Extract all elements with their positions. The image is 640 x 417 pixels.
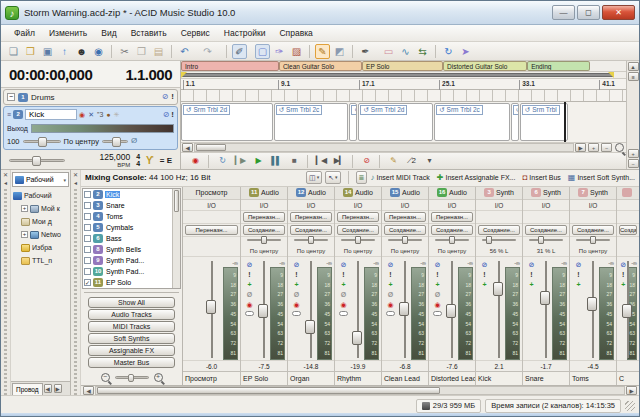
solo-icon[interactable]: ! (483, 271, 485, 278)
snap-icon[interactable]: ➤ (458, 44, 473, 59)
beat-ruler[interactable]: 1.19.117.125.133.141.1 (181, 79, 626, 90)
key-value[interactable]: = E (160, 156, 172, 165)
channel-strip-Toms[interactable]: 7SynthI/OСоздание...По центру⊘!+-∞918273… (570, 187, 617, 385)
track-height-slider[interactable] (9, 159, 65, 162)
close-icon[interactable]: ✕ (73, 171, 78, 179)
channel-strip-C[interactable]: Создание...⊘!+-∞91827364554637281C (617, 187, 639, 385)
fader-thumb[interactable] (206, 300, 216, 314)
track-fx-icon[interactable]: Ø (131, 136, 137, 146)
pan-thumb[interactable] (355, 236, 361, 244)
fx-add-icon[interactable]: + (529, 281, 533, 288)
freeze-icon[interactable]: ✳ (114, 110, 120, 120)
channel-strip-Просмотр[interactable]: ПросмотрI/OПереназн...-∞9182736455463728… (183, 187, 241, 385)
phase-icon[interactable] (339, 311, 348, 316)
section-marker[interactable]: Intro (181, 61, 279, 71)
mute-icon[interactable]: ⊘ (247, 261, 253, 268)
channel-strip-Rhythm[interactable]: 14AudioI/OПереназн...Создание...По центр… (335, 187, 382, 385)
filter-button-1[interactable]: Audio Tracks (88, 309, 175, 320)
collapse-icon[interactable]: − (7, 93, 15, 101)
track-checkbox[interactable] (84, 268, 91, 275)
volume-fader[interactable] (397, 259, 411, 360)
create-button[interactable]: Создание... (243, 225, 285, 235)
explorer-location-dropdown[interactable]: Рабочий ▾ (12, 172, 69, 187)
io-button[interactable]: I/O (523, 200, 569, 211)
pan-thumb[interactable] (486, 236, 492, 244)
zoom-out-time-button[interactable]: − (601, 143, 612, 152)
play-button[interactable]: ▶ (250, 155, 266, 168)
create-button[interactable]: Создание... (619, 225, 637, 235)
tree-item-3[interactable]: +Netwo (12, 228, 70, 241)
track-name[interactable]: Cymbals (105, 224, 134, 231)
filter-button-3[interactable]: Soft Synths (88, 333, 175, 344)
fx-add-icon[interactable]: + (341, 281, 345, 288)
mixer-track-row[interactable]: 4Toms (83, 211, 180, 222)
selection-tool-icon[interactable]: ▢ (255, 44, 270, 59)
fx-bypass-icon[interactable]: Ø (435, 291, 440, 298)
loop-end-marker[interactable] (608, 72, 614, 78)
mute-icon[interactable]: ⊘ (576, 261, 582, 268)
io-button[interactable]: I/O (382, 200, 428, 211)
io-button[interactable]: I/O (429, 200, 475, 211)
mixer-track-row[interactable]: 2Kick (83, 189, 180, 200)
channel-name-label[interactable]: Snare (523, 371, 569, 385)
chopper-icon[interactable]: ↻ (441, 44, 456, 59)
reassign-button[interactable]: Переназн... (290, 212, 332, 222)
fx-add-icon[interactable]: + (621, 281, 625, 288)
mute-group-icon[interactable]: ● (106, 110, 110, 120)
channel-strip-Clean Lead[interactable]: 15AudioI/OПереназн...Создание...По центр… (382, 187, 429, 385)
channel-name-label[interactable]: Toms (570, 371, 616, 385)
insert-button-3[interactable]: ▦Insert Soft Synth... (568, 173, 635, 182)
menu-item-5[interactable]: Настройки (217, 26, 273, 40)
scroll-up-button[interactable]: ▲ (628, 62, 639, 71)
expand-icon[interactable]: + (21, 205, 28, 212)
scroll-left-button[interactable]: ◀ (83, 386, 94, 395)
zoom-in-track-button[interactable]: + (628, 149, 639, 158)
tree-item-2[interactable]: Мои д (12, 215, 70, 228)
volume-slider[interactable] (23, 140, 61, 143)
track-name[interactable]: Synth Pad... (105, 268, 145, 275)
solo-icon[interactable]: ! (577, 271, 579, 278)
time-signature[interactable]: 4 4 (136, 153, 140, 167)
solo-icon[interactable]: ! (530, 271, 532, 278)
create-button[interactable]: Создание... (478, 225, 520, 235)
save-icon[interactable]: ▣ (40, 44, 55, 59)
tab-scroll-right[interactable]: ▶ (54, 384, 62, 393)
volume-fader[interactable] (303, 259, 317, 360)
mixer-tool-button[interactable]: ↖▾ (325, 171, 340, 184)
insert-audio-track-button[interactable]: ≣ (356, 171, 368, 184)
track-checkbox[interactable] (84, 213, 91, 220)
track-checkbox[interactable] (84, 202, 91, 209)
channel-name-label[interactable]: Clean Lead (382, 371, 428, 385)
timecode-display[interactable]: 00:00:00,000 (9, 66, 92, 83)
track-header-kick[interactable]: ≡ 2 Kick ◉✕”3●✳ ⊘ ! Выход 100 По центру (3, 106, 178, 150)
zoom-tool-icon[interactable] (615, 143, 624, 152)
channel-strip-Distorted Lead[interactable]: 16AudioI/OПереназн...Создание...По центр… (429, 187, 476, 385)
undock-icon[interactable]: ◂ (4, 179, 7, 187)
audio-clip[interactable]: ↺St (349, 103, 357, 141)
mixer-track-row[interactable]: 5Cymbals (83, 222, 180, 233)
fx-add-icon[interactable]: + (482, 281, 486, 288)
volume-fader[interactable] (538, 259, 552, 360)
fader-thumb[interactable] (493, 282, 503, 296)
audio-clip[interactable]: ↺Srm Trbl 2d (181, 103, 273, 141)
mixer-track-row[interactable]: 9Synth Pad... (83, 255, 180, 266)
volume-fader[interactable] (198, 259, 223, 360)
track-checkbox[interactable]: ✓ (84, 279, 91, 286)
solo-icon[interactable]: ! (389, 271, 391, 278)
timestretch-icon[interactable]: ⇆ (415, 44, 430, 59)
create-button[interactable]: Создание... (384, 225, 426, 235)
fader-thumb[interactable] (622, 304, 632, 318)
pan-slider[interactable] (529, 239, 563, 241)
eraser-icon[interactable]: ▭ (381, 44, 396, 59)
section-marker[interactable]: EP Solo (362, 61, 443, 71)
brush-icon[interactable]: ✒ (358, 44, 373, 59)
solo-icon[interactable]: ! (171, 92, 174, 102)
mixer-dock-handle[interactable]: ✕ ◂ (71, 170, 81, 395)
fader-thumb[interactable] (446, 304, 456, 318)
phase-icon[interactable] (386, 311, 395, 316)
copy-icon[interactable]: ❐ (134, 44, 149, 59)
track-name[interactable]: Synth Pad... (105, 257, 145, 264)
stop-button[interactable]: ■ (286, 155, 302, 168)
fx-add-icon[interactable]: + (435, 281, 439, 288)
volume-fader[interactable] (585, 259, 599, 360)
